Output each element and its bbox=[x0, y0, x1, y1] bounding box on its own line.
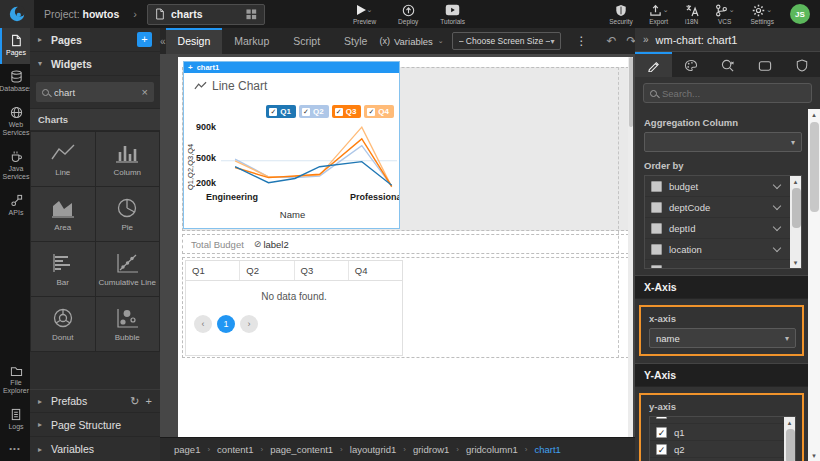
table-column-q4[interactable]: Q4 bbox=[349, 261, 402, 280]
scroll-up-icon[interactable]: ▴ bbox=[784, 417, 795, 428]
widget-tile-donut[interactable]: Donut bbox=[31, 297, 95, 351]
rail-more-menu[interactable]: ••• bbox=[0, 438, 30, 461]
page-structure-section-header[interactable]: ▸ Page Structure bbox=[30, 413, 160, 437]
tab-style[interactable]: Style bbox=[332, 28, 379, 54]
widget-tile-cumulative-line[interactable]: Cumulative Line bbox=[96, 242, 160, 296]
collapse-right-panel-button[interactable]: » bbox=[643, 34, 649, 45]
export-button[interactable]: ⌄ Export bbox=[649, 4, 669, 25]
sidebar-item-java-services[interactable]: Java Services bbox=[0, 144, 30, 188]
sidebar-item-pages[interactable]: Pages bbox=[0, 28, 30, 64]
variables-section-header[interactable]: ▸ Variables bbox=[30, 437, 160, 461]
legend-item-q4[interactable]: ✓ Q4 bbox=[364, 105, 394, 118]
order-by-row-deptcode[interactable]: deptCode bbox=[645, 197, 790, 218]
tab-security[interactable] bbox=[783, 52, 820, 77]
widget-search-input[interactable] bbox=[54, 87, 132, 98]
tab-properties[interactable] bbox=[635, 52, 672, 77]
sidebar-item-databases[interactable]: Databases bbox=[0, 64, 30, 100]
clear-search-icon[interactable]: × bbox=[142, 86, 148, 98]
add-page-button[interactable]: + bbox=[137, 32, 152, 47]
tab-design[interactable]: Design bbox=[166, 28, 223, 54]
scroll-down-icon[interactable]: ▾ bbox=[808, 450, 820, 461]
chart1-widget[interactable]: + chart1 Line Chart ✓ Q1 bbox=[183, 61, 400, 229]
checkbox-checked[interactable]: ✓ bbox=[656, 427, 667, 438]
widget-tile-pie[interactable]: Pie bbox=[96, 187, 160, 241]
table-column-q2[interactable]: Q2 bbox=[240, 261, 294, 280]
widget-tile-line[interactable]: Line bbox=[31, 132, 95, 186]
i18n-button[interactable]: i18N bbox=[685, 4, 699, 25]
checkbox-unchecked[interactable] bbox=[651, 181, 662, 192]
chevron-down-icon[interactable] bbox=[773, 201, 781, 209]
grid-view-icon[interactable] bbox=[246, 9, 257, 20]
user-avatar[interactable]: JS bbox=[790, 4, 810, 24]
pages-section-header[interactable]: ▸ Pages + bbox=[30, 28, 160, 52]
property-search-input[interactable] bbox=[662, 88, 782, 99]
y-axis-row-q2[interactable]: ✓ q2 bbox=[650, 441, 784, 458]
breadcrumb-page1[interactable]: page1 bbox=[174, 444, 200, 455]
prev-page-button[interactable]: ‹ bbox=[194, 315, 212, 333]
refresh-prefabs-icon[interactable]: ↻ bbox=[130, 395, 139, 408]
chevron-down-icon[interactable] bbox=[773, 180, 781, 188]
screen-size-select[interactable]: – Choose Screen Size – ▾ bbox=[452, 32, 562, 50]
sidebar-item-logs[interactable]: Logs bbox=[0, 402, 30, 438]
settings-button[interactable]: ⌄ Settings bbox=[751, 4, 775, 25]
legend-item-q2[interactable]: ✓ Q2 bbox=[299, 105, 329, 118]
add-prefab-icon[interactable]: + bbox=[146, 395, 152, 407]
listbox-scrollbar[interactable]: ▴ ▾ bbox=[790, 176, 801, 268]
checkbox-unchecked[interactable] bbox=[651, 223, 662, 234]
move-handle-icon[interactable]: + bbox=[188, 63, 193, 72]
widget-tile-area[interactable]: Area bbox=[31, 187, 95, 241]
tab-script[interactable]: Script bbox=[281, 28, 332, 54]
preview-button[interactable]: ⌄ Preview bbox=[353, 4, 376, 25]
tab-device[interactable] bbox=[746, 52, 783, 77]
vcs-button[interactable]: ⌄ VCS bbox=[715, 4, 735, 25]
variables-button[interactable]: (x) Variables ⌄ bbox=[379, 36, 443, 47]
security-button[interactable]: Security bbox=[609, 4, 632, 25]
order-by-row-name[interactable]: name bbox=[645, 260, 790, 269]
tab-events[interactable] bbox=[709, 52, 746, 77]
next-page-button[interactable]: › bbox=[240, 315, 258, 333]
chevron-down-icon[interactable] bbox=[773, 222, 781, 230]
listbox-scrollbar[interactable]: ▴ ▾ bbox=[784, 417, 795, 461]
page-number-button[interactable]: 1 bbox=[217, 315, 235, 333]
breadcrumb-page-content1[interactable]: page_content1 bbox=[270, 444, 333, 455]
legend-item-q1[interactable]: ✓ Q1 bbox=[266, 105, 296, 118]
undo-button[interactable]: ↶ bbox=[601, 34, 621, 48]
checkbox-unchecked[interactable] bbox=[651, 244, 662, 255]
chart1-widget-header[interactable]: + chart1 bbox=[184, 62, 399, 73]
tutorials-button[interactable]: Tutorials bbox=[440, 4, 465, 25]
checkbox-unchecked[interactable] bbox=[651, 202, 662, 213]
label-row[interactable]: Total Budget ⊘ label2 bbox=[182, 234, 629, 254]
breadcrumb-gridrow1[interactable]: gridrow1 bbox=[413, 444, 449, 455]
table-column-q1[interactable]: Q1 bbox=[186, 261, 240, 280]
checkbox-checked[interactable]: ✓ bbox=[656, 444, 667, 455]
chevron-down-icon[interactable] bbox=[773, 243, 781, 251]
breadcrumb-content1[interactable]: content1 bbox=[217, 444, 253, 455]
sidebar-item-web-services[interactable]: Web Services bbox=[0, 100, 30, 144]
breadcrumb-gridcolumn1[interactable]: gridcolumn1 bbox=[466, 444, 518, 455]
checkbox-unchecked[interactable] bbox=[651, 265, 662, 270]
page-tab-charts[interactable]: charts bbox=[147, 4, 265, 25]
y-axis-row-q1[interactable]: ✓ q1 bbox=[650, 424, 784, 441]
breadcrumb-layoutgrid1[interactable]: layoutgrid1 bbox=[350, 444, 396, 455]
tab-markup[interactable]: Markup bbox=[222, 28, 281, 54]
sidebar-item-apis[interactable]: APIs bbox=[0, 188, 30, 224]
more-options-button[interactable]: ⋮ bbox=[569, 34, 593, 48]
order-by-row-deptid[interactable]: deptId bbox=[645, 218, 790, 239]
aggregation-column-select[interactable]: ▾ bbox=[644, 132, 802, 152]
panel-scrollbar[interactable]: ▴ ▾ bbox=[808, 109, 820, 461]
scroll-down-icon[interactable]: ▾ bbox=[790, 257, 801, 268]
sidebar-item-file-explorer[interactable]: File Explorer bbox=[0, 359, 30, 402]
wavemaker-logo[interactable] bbox=[0, 0, 34, 28]
chevron-down-icon[interactable] bbox=[773, 264, 781, 269]
scroll-up-icon[interactable]: ▴ bbox=[808, 109, 820, 120]
widget-tile-bar[interactable]: Bar bbox=[31, 242, 95, 296]
order-by-row-budget[interactable]: budget bbox=[645, 176, 790, 197]
grid-row-3[interactable]: Q1 Q2 Q3 Q4 No data found. ‹ 1 › bbox=[182, 257, 629, 358]
legend-item-q3[interactable]: ✓ Q3 bbox=[332, 105, 362, 118]
label2-widget[interactable]: ⊘ label2 bbox=[254, 239, 289, 250]
tab-styles[interactable] bbox=[672, 52, 709, 77]
x-axis-select[interactable]: name ▾ bbox=[649, 328, 796, 348]
data-table-widget[interactable]: Q1 Q2 Q3 Q4 No data found. ‹ 1 › bbox=[185, 260, 403, 356]
checkbox-checked[interactable]: ✓ bbox=[656, 417, 667, 419]
widget-tile-column[interactable]: Column bbox=[96, 132, 160, 186]
